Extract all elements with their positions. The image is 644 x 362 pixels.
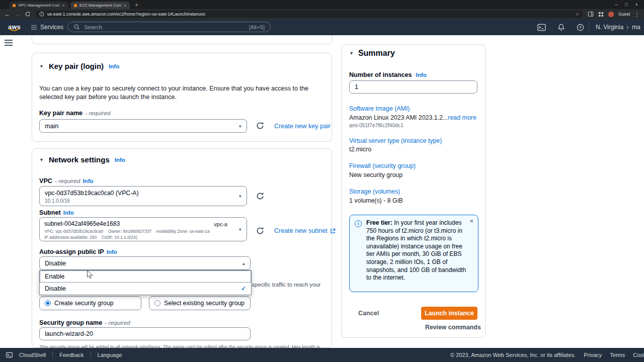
aws-logo[interactable]: aws (8, 22, 21, 32)
ami-id: ami-051f7e7f6c2f40dc1 (349, 123, 404, 128)
instance-type-section-link[interactable]: Virtual server type (instance type) (349, 137, 442, 144)
browser-menu-icon[interactable]: ⋮ (634, 12, 639, 17)
dropdown-option-enable[interactable]: Enable (40, 270, 251, 283)
launch-instance-button[interactable]: Launch instance (421, 307, 477, 320)
create-key-pair-link[interactable]: Create new key pair (274, 123, 331, 130)
firewall-section-link[interactable]: Firewall (security group) (349, 162, 416, 169)
side-panel-icon[interactable] (588, 11, 594, 17)
console-page: ▼ Key pair (login) Info You can use a ke… (0, 35, 644, 348)
key-pair-header[interactable]: ▼ Key pair (login) Info (39, 62, 119, 70)
refresh-icon[interactable] (256, 226, 265, 235)
subnet-selected-value: subnet-0042af4965e4e1683 (44, 220, 120, 227)
terms-link[interactable]: Terms (610, 352, 625, 358)
previous-section-card (32, 35, 332, 44)
search-placeholder: Search (84, 24, 245, 30)
instance-type-value: t2.micro (349, 146, 371, 153)
back-icon[interactable]: ← (5, 12, 10, 17)
screen: VPC Management Console × EC2 Management … (0, 0, 644, 362)
browser-tab-vpc[interactable]: VPC Management Console × (9, 2, 68, 9)
create-subnet-link[interactable]: Create new subnet (274, 227, 336, 234)
label-text: Auto-assign public IP (39, 248, 104, 255)
bookmark-icon[interactable]: ☆ (575, 12, 579, 17)
sidebar-toggle-icon[interactable] (5, 40, 13, 47)
console-search-input[interactable]: Search [Alt+S] (67, 22, 271, 32)
security-group-name-input[interactable] (39, 327, 251, 340)
cloudshell-link[interactable]: CloudShell (19, 352, 46, 358)
tab-title: VPC Management Console (18, 3, 60, 8)
vpc-select[interactable]: vpc-0d37d53b19cac0ca0 (VPC-A) 10.1.0.0/1… (39, 186, 247, 206)
header-icons: ? (537, 19, 584, 35)
forward-icon[interactable]: → (15, 12, 20, 17)
subnet-select[interactable]: subnet-0042af4965e4e1683 vpc-a VPC: vpc-… (39, 217, 247, 241)
label-text: Number of instances (349, 71, 412, 78)
key-pair-name-label: Key pair name - required (39, 110, 111, 117)
info-link[interactable]: Info (107, 249, 117, 255)
link-text: Create new key pair (274, 123, 331, 130)
footer-divider (91, 352, 91, 358)
collapse-triangle-icon[interactable]: ▼ (349, 51, 354, 56)
minimize-icon[interactable]: – (615, 2, 617, 7)
read-more-link[interactable]: read more (448, 114, 476, 121)
footer-right: © 2023, Amazon Web Services, Inc. or its… (450, 352, 644, 358)
radio-select-existing-security-group[interactable]: Select existing security group (149, 296, 251, 310)
notifications-bell-icon[interactable] (557, 24, 565, 31)
instance-count-input[interactable] (349, 80, 477, 94)
url-field[interactable]: us-east-1.console.aws.amazon.com/ec2/hom… (35, 11, 583, 18)
cloudshell-icon[interactable] (537, 24, 546, 31)
extensions-icon[interactable] (598, 12, 604, 17)
site-info-icon[interactable] (39, 12, 44, 17)
section-title: Network settings (49, 155, 110, 164)
info-link[interactable]: Info (63, 210, 74, 216)
feedback-link[interactable]: Feedback (59, 352, 84, 358)
refresh-icon[interactable] (256, 121, 265, 130)
refresh-icon[interactable] (256, 192, 265, 201)
info-circle-icon: i (355, 220, 362, 227)
free-tier-callout: i × Free tier: In your first year includ… (349, 215, 478, 292)
radio-unselected-icon (154, 300, 160, 306)
services-menu[interactable]: Services (31, 19, 63, 35)
mouse-cursor (87, 270, 93, 280)
info-link[interactable]: Info (109, 63, 119, 69)
vpc-cidr: 10.1.0.0/16 (45, 198, 70, 204)
close-window-icon[interactable]: × (635, 2, 638, 7)
profile-name: Guest (618, 12, 630, 17)
required-suffix: - required (55, 177, 80, 185)
browser-tab-ec2[interactable]: EC2 Management Console × (70, 2, 130, 9)
key-pair-select[interactable]: main ▼ (39, 119, 247, 133)
network-settings-header[interactable]: ▼ Network settings Info (39, 155, 125, 164)
maximize-icon[interactable]: □ (625, 2, 627, 7)
url-text: us-east-1.console.aws.amazon.com/ec2/hom… (47, 12, 572, 17)
privacy-link[interactable]: Privacy (584, 352, 602, 358)
ami-section-link[interactable]: Software Image (AMI) (349, 105, 410, 112)
review-commands-link[interactable]: Review commands (425, 324, 481, 331)
reload-icon[interactable] (25, 11, 31, 17)
collapse-triangle-icon[interactable]: ▼ (39, 157, 44, 162)
key-pair-description: You can use a key pair to securely conne… (39, 84, 317, 102)
storage-section-link[interactable]: Storage (volumes) (349, 188, 400, 195)
new-tab-button[interactable]: + (135, 2, 138, 9)
dropdown-option-disable[interactable]: Disable ✓ (40, 283, 251, 295)
services-grid-icon (31, 25, 37, 30)
window-controls: – □ × (615, 2, 644, 7)
info-link[interactable]: Info (83, 178, 93, 184)
cancel-button[interactable]: Cancel (358, 310, 379, 317)
info-link[interactable]: Info (416, 72, 427, 78)
cookie-preferences-link[interactable]: Cookie preferences (633, 352, 644, 358)
region-selector[interactable]: N. Virginia ▼ (596, 19, 629, 35)
summary-header[interactable]: ▼ Summary (349, 49, 395, 58)
tab-close-icon[interactable]: × (62, 3, 65, 8)
footer-divider (52, 352, 53, 358)
radio-label: Create security group (54, 300, 114, 307)
radio-create-security-group[interactable]: Create security group (39, 296, 141, 310)
account-menu[interactable]: ma ▼ (632, 19, 644, 35)
language-link[interactable]: Language (98, 352, 122, 358)
profile-avatar[interactable] (608, 12, 614, 17)
auto-assign-ip-label: Auto-assign public IP Info (39, 248, 117, 255)
tab-close-icon[interactable]: × (124, 3, 126, 8)
info-link[interactable]: Info (115, 157, 125, 163)
help-icon[interactable]: ? (577, 24, 584, 31)
vpc-label: VPC - required Info (39, 177, 93, 185)
collapse-triangle-icon[interactable]: ▼ (39, 64, 44, 69)
aws-smile-icon (9, 28, 20, 32)
auto-assign-ip-select[interactable]: Disable ▲ (39, 256, 251, 270)
